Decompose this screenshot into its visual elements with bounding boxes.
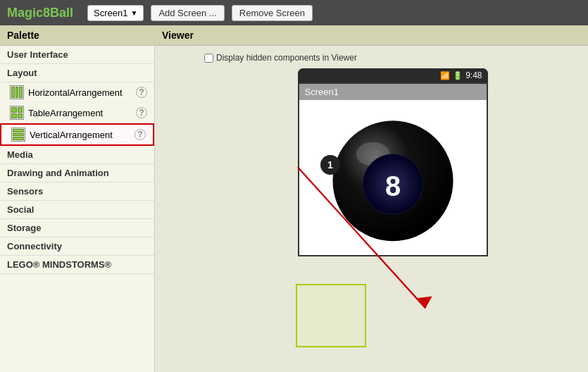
svg-text:8: 8 <box>384 170 400 202</box>
sidebar-item-label: Storage <box>7 223 41 233</box>
sidebar-item-label: Connectivity <box>7 241 62 252</box>
sidebar-item-label: Social <box>7 204 34 215</box>
screen-dropdown[interactable]: Screen1 ▼ <box>87 5 144 21</box>
add-screen-button[interactable]: Add Screen ... <box>151 5 224 21</box>
palette-item-label: VerticalArrangement <box>30 130 130 140</box>
sidebar-item-label: Layout <box>7 68 37 78</box>
sidebar-item-label: User Interface <box>7 49 68 60</box>
magic8ball-svg: 8 <box>326 111 460 244</box>
phone-time: 9:48 <box>465 70 482 80</box>
sidebar-item-lego[interactable]: LEGO® MINDSTORMS® <box>0 256 154 274</box>
header: Magic8Ball Screen1 ▼ Add Screen ... Remo… <box>0 0 588 25</box>
sidebar-item-media[interactable]: Media <box>0 146 154 164</box>
sidebar-item-social[interactable]: Social <box>0 201 154 219</box>
phone-screen-content: 8 <box>299 100 487 255</box>
table-arrangement-icon <box>10 106 24 120</box>
sidebar-item-connectivity[interactable]: Connectivity <box>0 237 154 256</box>
viewer-header: Viewer <box>155 25 588 46</box>
viewer-panel: Viewer Display hidden components in View… <box>155 25 588 372</box>
sidebar-item-drawing[interactable]: Drawing and Animation <box>0 164 154 182</box>
palette-item-label: TableArrangement <box>28 108 132 118</box>
sidebar-item-label: LEGO® MINDSTORMS® <box>7 259 111 270</box>
chevron-down-icon: ▼ <box>130 9 137 17</box>
vertical-arrangement-icon <box>11 128 25 142</box>
palette-item-label: HorizontalArrangement <box>28 87 132 98</box>
screen-dropdown-label: Screen1 <box>94 8 127 18</box>
step-circle: 1 <box>320 155 340 175</box>
viewer-content: Display hidden components in Viewer 📶 🔋 … <box>155 46 588 368</box>
sidebar-item-sensors[interactable]: Sensors <box>0 182 154 201</box>
drop-target-box[interactable] <box>296 284 366 347</box>
palette-header: Palette <box>0 25 154 46</box>
help-icon[interactable]: ? <box>135 129 146 140</box>
palette-item-horizontal[interactable]: HorizontalArrangement ? <box>0 82 154 103</box>
phone-status-bar: 📶 🔋 9:48 <box>298 68 488 82</box>
wifi-icon: 📶 <box>440 71 450 80</box>
step-number: 1 <box>327 159 333 170</box>
svg-marker-5 <box>415 297 432 309</box>
display-hidden-checkbox[interactable] <box>204 54 213 63</box>
palette-panel: Palette User Interface Layout Horizontal… <box>0 25 155 372</box>
sidebar-item-user-interface[interactable]: User Interface <box>0 46 154 64</box>
remove-screen-button[interactable]: Remove Screen <box>232 5 313 21</box>
sidebar-item-layout[interactable]: Layout <box>0 64 154 82</box>
horizontal-arrangement-icon <box>10 85 24 99</box>
sidebar-item-label: Drawing and Animation <box>7 168 109 178</box>
main-layout: Palette User Interface Layout Horizontal… <box>0 25 588 372</box>
phone-screen-title: Screen1 <box>299 84 487 100</box>
help-icon[interactable]: ? <box>136 87 147 98</box>
palette-item-table[interactable]: TableArrangement ? <box>0 103 154 123</box>
sidebar-item-storage[interactable]: Storage <box>0 219 154 237</box>
app-title: Magic8Ball <box>7 6 73 20</box>
battery-icon: 🔋 <box>453 71 463 80</box>
help-icon[interactable]: ? <box>136 107 147 118</box>
sidebar-item-label: Media <box>7 149 33 160</box>
magic8ball-image: 8 <box>323 107 463 248</box>
display-hidden-row: Display hidden components in Viewer <box>204 53 581 63</box>
palette-item-vertical[interactable]: VerticalArrangement ? <box>0 123 154 146</box>
sidebar-item-label: Sensors <box>7 186 43 197</box>
display-hidden-label: Display hidden components in Viewer <box>216 53 357 63</box>
